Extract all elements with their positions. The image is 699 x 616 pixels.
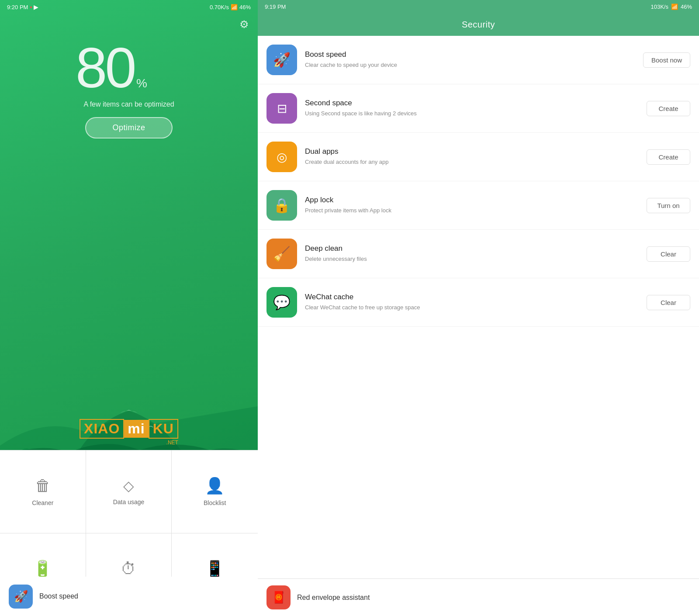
teaser-red-envelope-label: Red envelope assistant [297, 594, 370, 602]
second-space-desc: Using Second space is like having 2 devi… [305, 110, 639, 118]
deep-clean-title: Deep clean [305, 244, 639, 253]
bottom-teaser-left: 🚀 Boost speed [0, 577, 258, 616]
wechat-title: WeChat cache [305, 293, 639, 301]
blocklist-label: Blocklist [204, 499, 226, 506]
grid-item-blocklist[interactable]: 👤 Blocklist [172, 450, 258, 533]
status-bar-left: 9:20 PM ▪ ▶ 0.70K/s 📶 46% [0, 0, 258, 14]
list-item-app-lock: 🔒 App lock Protect private items with Ap… [258, 181, 699, 230]
create-second-space-button[interactable]: Create [647, 101, 690, 116]
app-lock-title: App lock [305, 196, 639, 204]
battery-right: 46% [681, 3, 692, 10]
list-item-wechat-cache: 💬 WeChat cache Clear WeChat cache to fre… [258, 278, 699, 327]
security-list: 🚀 Boost speed Clear cache to speed up yo… [258, 36, 699, 578]
time-left: 9:20 PM [7, 4, 28, 10]
battery-icon: 🔋 [33, 560, 52, 578]
dual-apps-icon: ◎ [277, 150, 287, 164]
score-display: 80 % [76, 39, 182, 96]
boost-speed-text: Boost speed Clear cache to speed up your… [305, 50, 635, 69]
wechat-text: WeChat cache Clear WeChat cache to free … [305, 293, 639, 311]
network-right: 103K/s [651, 3, 668, 10]
cleaner-icon: 🗑 [35, 477, 51, 495]
security-header: Security [258, 14, 699, 36]
boost-speed-icon: 🚀 [273, 52, 291, 68]
data-usage-icon: ◇ [123, 478, 134, 494]
wm-xiao: XIAO [80, 419, 124, 439]
app-lock-icon-wrap: 🔒 [266, 190, 297, 221]
teaser-boost-icon-left: 🚀 [9, 585, 33, 609]
optimize-button[interactable]: Optimize [85, 117, 172, 138]
second-space-icon-wrap: ⊟ [266, 93, 297, 124]
boost-now-button[interactable]: Boost now [643, 52, 690, 68]
clear-deep-clean-button[interactable]: Clear [647, 246, 690, 262]
wifi-icon-left: 📶 [231, 4, 238, 10]
app-lock-desc: Protect private items with App lock [305, 207, 639, 215]
boost-speed-icon-wrap: 🚀 [266, 45, 297, 75]
app-lock-text: App lock Protect private items with App … [305, 196, 639, 215]
wechat-desc: Clear WeChat cache to free up storage sp… [305, 304, 639, 311]
deep-clean-icon-wrap: 🧹 [266, 239, 297, 269]
boost-speed-title: Boost speed [305, 50, 635, 59]
right-panel: 9:19 PM 103K/s 📶 46% Security 🚀 Boost sp… [258, 0, 699, 616]
status-icons-right: 103K/s 📶 46% [651, 3, 692, 10]
settings-icon[interactable]: ⚙ [239, 18, 249, 30]
network-speed-left: 0.70K/s [210, 4, 229, 10]
dual-apps-desc: Create dual accounts for any app [305, 158, 639, 166]
app-lock-icon: 🔒 [273, 197, 291, 214]
battery-left: 46% [239, 4, 251, 10]
list-item-boost-speed: 🚀 Boost speed Clear cache to speed up yo… [258, 36, 699, 84]
bottom-teaser-right: 🧧 Red envelope assistant [258, 578, 699, 616]
second-space-icon: ⊟ [277, 101, 287, 116]
security-scan-icon: ⏱ [121, 560, 136, 578]
deep-clean-text: Deep clean Delete unnecessary files [305, 244, 639, 263]
wm-mi: mi [124, 420, 148, 438]
list-item-dual-apps: ◎ Dual apps Create dual accounts for any… [258, 133, 699, 181]
list-item-second-space: ⊟ Second space Using Second space is lik… [258, 84, 699, 133]
boost-speed-desc: Clear cache to speed up your device [305, 61, 635, 69]
blocklist-icon: 👤 [205, 477, 225, 495]
settings-icon-wrap: ⚙ [0, 14, 258, 31]
status-left-info: 9:20 PM ▪ ▶ [7, 3, 38, 10]
wifi-icon-right: 📶 [671, 3, 678, 10]
xiaomi-icon-left: ▪ [30, 3, 32, 10]
status-right-info: 0.70K/s 📶 46% [210, 4, 251, 10]
watermark-text: XIAO mi KU [80, 419, 178, 439]
time-right: 9:19 PM [265, 3, 286, 10]
play-icon-left: ▶ [34, 3, 38, 10]
grid-item-data-usage[interactable]: ◇ Data usage [86, 450, 172, 533]
status-bar-right: 9:19 PM 103K/s 📶 46% [258, 0, 699, 14]
watermark: XIAO mi KU .NET [80, 419, 178, 446]
score-label: A few items can be optimized [83, 100, 174, 108]
second-space-title: Second space [305, 99, 639, 107]
create-dual-apps-button[interactable]: Create [647, 149, 690, 165]
clear-wechat-button[interactable]: Clear [647, 295, 690, 310]
left-panel: 9:20 PM ▪ ▶ 0.70K/s 📶 46% ⚙ 80 % A few i… [0, 0, 258, 616]
security-title: Security [462, 20, 495, 29]
second-space-text: Second space Using Second space is like … [305, 99, 639, 118]
list-item-deep-clean: 🧹 Deep clean Delete unnecessary files Cl… [258, 230, 699, 278]
wm-ku: KU [149, 419, 178, 439]
wechat-icon: 💬 [273, 294, 291, 311]
dual-apps-text: Dual apps Create dual accounts for any a… [305, 147, 639, 166]
score-number: 80 [76, 36, 135, 100]
deep-clean-icon: 🧹 [273, 246, 291, 262]
deep-clean-desc: Delete unnecessary files [305, 255, 639, 263]
score-percent: % [136, 76, 147, 90]
teaser-red-envelope-icon: 🧧 [266, 585, 291, 609]
cleaner-label: Cleaner [32, 499, 53, 506]
dual-apps-icon-wrap: ◎ [266, 142, 297, 172]
data-usage-label: Data usage [113, 498, 145, 505]
manage-apps-icon: 📱 [205, 560, 225, 578]
teaser-boost-label-left: Boost speed [39, 592, 78, 600]
wechat-icon-wrap: 💬 [266, 287, 297, 318]
wm-net: .NET [80, 440, 178, 446]
turn-on-button[interactable]: Turn on [647, 198, 690, 213]
grid-item-cleaner[interactable]: 🗑 Cleaner [0, 450, 86, 533]
score-area: 80 % A few items can be optimized Optimi… [0, 31, 258, 143]
dual-apps-title: Dual apps [305, 147, 639, 156]
